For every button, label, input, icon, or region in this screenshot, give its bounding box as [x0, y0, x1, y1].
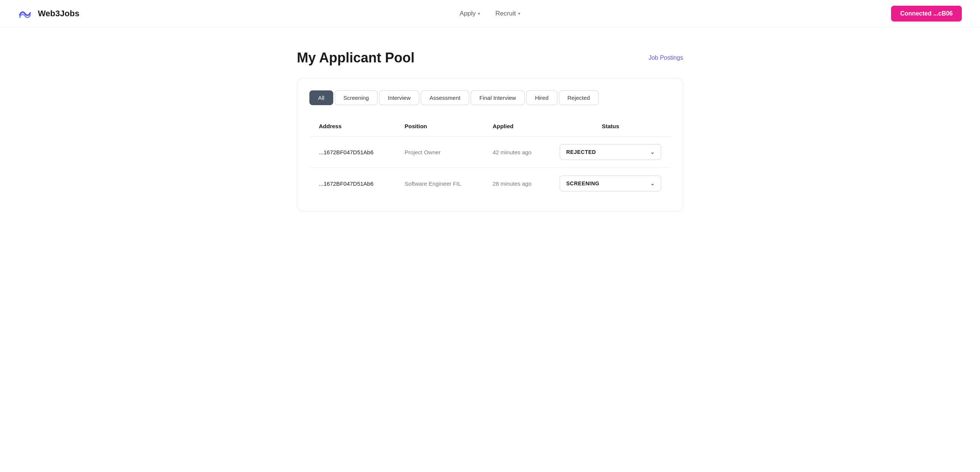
row-0-address: ...1672BF047D51Ab6	[310, 136, 396, 168]
tab-screening[interactable]: Screening	[335, 90, 378, 105]
logo-icon	[18, 6, 33, 21]
nav-recruit-chevron: ▾	[518, 11, 520, 16]
connected-button[interactable]: Connected ...cB06	[891, 6, 962, 22]
tab-rejected[interactable]: Rejected	[559, 90, 599, 105]
table-row: ...1672BF047D51Ab6 Software Engineer FIL…	[310, 168, 671, 199]
row-1-dropdown-chevron: ⌄	[650, 181, 655, 187]
page-title: My Applicant Pool	[297, 50, 415, 66]
nav-recruit-label: Recruit	[495, 10, 516, 17]
filter-tabs: All Screening Interview Assessment Final…	[309, 90, 671, 105]
col-header-status: Status	[550, 116, 670, 136]
table-body: ...1672BF047D51Ab6 Project Owner 42 minu…	[310, 136, 671, 199]
tab-hired[interactable]: Hired	[527, 90, 557, 105]
row-0-dropdown-chevron: ⌄	[650, 149, 655, 155]
row-0-position: Project Owner	[396, 136, 484, 168]
table-row: ...1672BF047D51Ab6 Project Owner 42 minu…	[310, 136, 671, 168]
row-1-status-cell: SCREENING ⌄	[550, 168, 670, 199]
header: Web3Jobs Apply ▾ Recruit ▾ Connected ...…	[0, 0, 980, 27]
nav-recruit[interactable]: Recruit ▾	[495, 10, 520, 17]
col-header-address: Address	[310, 116, 396, 136]
nav-center: Apply ▾ Recruit ▾	[460, 10, 520, 17]
col-header-applied: Applied	[484, 116, 550, 136]
row-0-status-label: REJECTED	[566, 149, 596, 155]
row-1-applied: 28 minutes ago	[484, 168, 550, 199]
table-header: Address Position Applied Status	[310, 116, 671, 136]
tab-assessment[interactable]: Assessment	[421, 90, 469, 105]
job-postings-link[interactable]: Job Postings	[648, 54, 683, 61]
tab-final-interview[interactable]: Final Interview	[471, 90, 525, 105]
row-1-status-label: SCREENING	[566, 181, 600, 187]
applicant-table: Address Position Applied Status ...1672B…	[309, 116, 671, 199]
row-0-status-cell: REJECTED ⌄	[550, 136, 670, 168]
row-1-status-dropdown[interactable]: SCREENING ⌄	[560, 176, 661, 192]
tab-all[interactable]: All	[309, 90, 333, 105]
logo-text: Web3Jobs	[38, 9, 80, 19]
col-header-position: Position	[396, 116, 484, 136]
nav-apply-chevron: ▾	[478, 11, 480, 16]
page-header: My Applicant Pool Job Postings	[297, 50, 683, 66]
main-content: My Applicant Pool Job Postings All Scree…	[282, 27, 698, 234]
nav-apply-label: Apply	[460, 10, 476, 17]
tab-interview[interactable]: Interview	[379, 90, 419, 105]
row-0-status-dropdown[interactable]: REJECTED ⌄	[560, 144, 661, 160]
nav-apply[interactable]: Apply ▾	[460, 10, 480, 17]
logo-area: Web3Jobs	[18, 6, 80, 21]
applicant-pool-card: All Screening Interview Assessment Final…	[297, 78, 683, 212]
row-1-position: Software Engineer FIL	[396, 168, 484, 199]
row-0-applied: 42 minutes ago	[484, 136, 550, 168]
row-1-address: ...1672BF047D51Ab6	[310, 168, 396, 199]
